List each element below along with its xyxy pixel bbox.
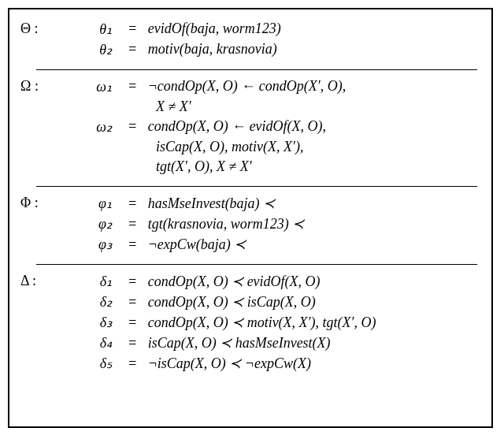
omega-body-cont: X ≠ X′ xyxy=(118,99,480,115)
omega-body: = ¬condOp(X, O) ← condOp(X′, O), xyxy=(118,78,480,95)
delta-item-label: δ₄ xyxy=(63,334,112,352)
delta-set-label: Δ : xyxy=(20,273,57,290)
delta-item-label: δ₃ xyxy=(63,314,112,331)
omega-body: = condOp(X, O) ← evidOf(X, O), xyxy=(118,118,480,136)
delta-item-label: δ₅ xyxy=(63,355,112,372)
phi-item-label: φ₁ xyxy=(63,195,112,212)
phi-section: Φ : φ₁ = hasMseInvest(baja) ≺ φ₂ = tgt(k… xyxy=(20,190,480,258)
delta-item-label: δ₂ xyxy=(63,293,112,311)
phi-body: = hasMseInvest(baja) ≺ xyxy=(118,195,480,212)
omega-item-label: ω₂ xyxy=(63,118,112,136)
omega-body-cont: tgt(X′, O), X ≠ X′ xyxy=(118,158,480,175)
theta-body: = motiv(baja, krasnovia) xyxy=(118,41,480,58)
delta-body: = isCap(X, O) ≺ hasMseInvest(X) xyxy=(118,334,480,352)
divider xyxy=(36,264,477,265)
delta-body: = condOp(X, O) ≺ isCap(X, O) xyxy=(118,293,480,311)
delta-body: = ¬isCap(X, O) ≺ ¬expCw(X) xyxy=(118,355,480,372)
phi-body: = tgt(krasnovia, worm123) ≺ xyxy=(118,215,480,233)
omega-item-label: ω₁ xyxy=(63,78,112,95)
delta-body: = condOp(X, O) ≺ motiv(X, X′), tgt(X′, O… xyxy=(118,314,480,331)
phi-item-label: φ₃ xyxy=(63,236,112,253)
theta-set-label: Θ : xyxy=(20,20,57,38)
theta-body: = evidOf(baja, worm123) xyxy=(118,20,480,38)
delta-section: Δ : δ₁ = condOp(X, O) ≺ evidOf(X, O) δ₂ … xyxy=(20,268,480,377)
omega-body-cont: isCap(X, O), motiv(X, X′), xyxy=(118,139,480,155)
formula-box: Θ : θ₁ = evidOf(baja, worm123) θ₂ = moti… xyxy=(8,8,493,428)
divider xyxy=(36,69,477,70)
theta-item-label: θ₁ xyxy=(63,20,112,38)
divider xyxy=(36,186,477,187)
phi-body: = ¬expCw(baja) ≺ xyxy=(118,236,480,253)
delta-item-label: δ₁ xyxy=(63,273,112,290)
delta-body: = condOp(X, O) ≺ evidOf(X, O) xyxy=(118,273,480,290)
phi-set-label: Φ : xyxy=(20,195,57,212)
omega-section: Ω : ω₁ = ¬condOp(X, O) ← condOp(X′, O), … xyxy=(20,73,480,180)
theta-section: Θ : θ₁ = evidOf(baja, worm123) θ₂ = moti… xyxy=(20,16,480,63)
theta-item-label: θ₂ xyxy=(63,41,112,58)
phi-item-label: φ₂ xyxy=(63,215,112,233)
omega-set-label: Ω : xyxy=(20,78,57,95)
